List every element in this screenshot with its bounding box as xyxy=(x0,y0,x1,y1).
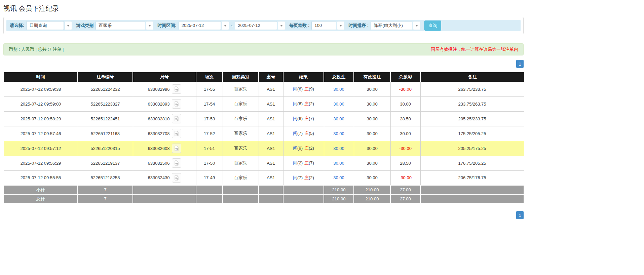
cell-round-id: 633032810 xyxy=(133,111,196,126)
player-result-score: (7) xyxy=(297,131,303,136)
round-id-value: 633032986 xyxy=(148,87,169,92)
subtotal-total-bet: 210.00 xyxy=(324,185,354,194)
search-button[interactable]: 查询 xyxy=(424,21,441,31)
summary-bar: 币别 : 人民币 | 总共 :7 注单 | 同局有效投注，统一计算在该局第一张注… xyxy=(3,43,524,55)
page-title: 视讯 会员下注纪录 xyxy=(3,4,524,13)
cell-remark: 233.75/263.75 xyxy=(420,96,524,111)
chevron-down-icon xyxy=(339,25,342,27)
table-row: 2025-07-12 09:59:38 522651224232 6330329… xyxy=(4,82,524,96)
column-header-session: 场次 xyxy=(196,72,223,82)
video-replay-button[interactable] xyxy=(172,144,181,153)
subtotal-count: 7 xyxy=(78,185,133,194)
video-replay-button[interactable] xyxy=(172,158,181,168)
cell-payout: 30.00 xyxy=(390,126,420,141)
cell-table-no: AS1 xyxy=(259,141,283,156)
cell-valid-bet: 30.00 xyxy=(354,170,390,185)
game-type-label: 游戏类别 xyxy=(76,23,93,29)
total-bet-link[interactable]: 30.00 xyxy=(333,175,344,180)
grand-total-total-bet: 210.00 xyxy=(324,194,354,203)
main-content: 视讯 会员下注纪录 请选择: 日期查询 游戏类别 百家乐 时间区间: 2025-… xyxy=(3,4,524,226)
cell-session: 17-50 xyxy=(196,156,223,170)
video-replay-button[interactable] xyxy=(172,99,181,109)
video-replay-button[interactable] xyxy=(172,129,181,138)
column-header-payout: 总派彩 xyxy=(390,72,420,82)
page-size-dropdown-button[interactable] xyxy=(337,21,344,30)
banker-result-score: (7) xyxy=(309,160,314,165)
notice-text: 同局有效投注，统一计算在该局第一张注单内 xyxy=(431,46,518,52)
cell-round-id: 633032893 xyxy=(133,96,196,111)
cell-result: 闲(6)庄(9) xyxy=(283,82,324,96)
cell-remark: 205.25/233.75 xyxy=(420,111,524,126)
total-bet-link[interactable]: 30.00 xyxy=(333,131,344,136)
total-bet-link[interactable]: 30.00 xyxy=(333,116,344,121)
query-type-dropdown-button[interactable] xyxy=(65,21,72,30)
cell-valid-bet: 30.00 xyxy=(354,126,390,141)
video-replay-button[interactable] xyxy=(172,114,181,123)
cell-round-id: 633032506 xyxy=(133,156,196,170)
pagination-page-1[interactable]: 1 xyxy=(516,211,524,219)
round-id-value: 633032506 xyxy=(148,161,169,166)
film-document-icon xyxy=(174,175,179,181)
grand-total-valid-bet: 210.00 xyxy=(354,194,390,203)
pagination-page-1[interactable]: 1 xyxy=(516,60,524,68)
cell-remark: 263.75/233.75 xyxy=(420,82,524,96)
page-size-label: 每页笔数 : xyxy=(289,23,309,29)
sort-order-select[interactable]: 降幂(由大到小) xyxy=(371,21,420,30)
total-bet-link[interactable]: 30.00 xyxy=(333,161,344,166)
column-header-game-type: 游戏类别 xyxy=(223,72,259,82)
filter-bar: 请选择: 日期查询 游戏类别 百家乐 时间区间: 2025-07-12 ~ 20… xyxy=(6,20,521,31)
page-size-select[interactable]: 100 xyxy=(311,21,344,30)
total-bet-link[interactable]: 30.00 xyxy=(333,146,344,151)
sort-order-value[interactable]: 降幂(由大到小) xyxy=(371,21,412,30)
video-replay-button[interactable] xyxy=(172,173,181,183)
film-document-icon xyxy=(174,160,179,166)
cell-remark: 176.75/205.25 xyxy=(420,156,524,170)
cell-remark: 205.25/175.25 xyxy=(420,141,524,156)
cell-round-id: 633032708 xyxy=(133,126,196,141)
round-id-value: 633032810 xyxy=(148,116,169,121)
cell-time: 2025-07-12 09:57:46 xyxy=(4,126,78,141)
cell-total-bet: 30.00 xyxy=(324,126,354,141)
game-type-value[interactable]: 百家乐 xyxy=(96,21,145,30)
table-footer: 小计 7 210.00 210.00 27.00 总计 7 210.00 210… xyxy=(4,185,524,203)
cell-time: 2025-07-12 09:55:55 xyxy=(4,170,78,185)
date-from-value[interactable]: 2025-07-12 xyxy=(179,21,221,30)
cell-bet-id: 522651221168 xyxy=(78,126,133,141)
banker-result-score: (9) xyxy=(309,86,314,91)
game-type-dropdown-button[interactable] xyxy=(146,21,153,30)
page-size-value[interactable]: 100 xyxy=(311,21,336,30)
date-to-dropdown-button[interactable] xyxy=(278,21,285,30)
query-type-value[interactable]: 日期查询 xyxy=(26,21,64,30)
cell-payout: 30.00 xyxy=(390,96,420,111)
total-bet-link[interactable]: 30.00 xyxy=(333,87,344,92)
video-replay-button[interactable] xyxy=(172,84,181,94)
cell-result: 闲(7)庄(5) xyxy=(283,126,324,141)
cell-game-type: 百家乐 xyxy=(223,111,259,126)
cell-valid-bet: 30.00 xyxy=(354,96,390,111)
round-id-value: 633032608 xyxy=(148,146,169,151)
subtotal-payout: 27.00 xyxy=(390,185,420,194)
player-result-label: 闲 xyxy=(293,131,297,136)
date-to-value[interactable]: 2025-07-12 xyxy=(235,21,277,30)
game-type-select[interactable]: 百家乐 xyxy=(96,21,153,30)
date-from-dropdown-button[interactable] xyxy=(222,21,229,30)
cell-valid-bet: 30.00 xyxy=(354,156,390,170)
banker-result-label: 庄 xyxy=(304,86,309,91)
date-to-select[interactable]: 2025-07-12 xyxy=(235,21,285,30)
query-type-select[interactable]: 日期查询 xyxy=(26,21,72,30)
chevron-down-icon xyxy=(67,25,70,27)
cell-payout: 28.50 xyxy=(390,111,420,126)
cell-bet-id: 522651224232 xyxy=(78,82,133,96)
sort-order-dropdown-button[interactable] xyxy=(413,21,420,30)
date-from-select[interactable]: 2025-07-12 xyxy=(179,21,229,30)
cell-session: 17-54 xyxy=(196,96,223,111)
cell-remark: 175.25/205.25 xyxy=(420,126,524,141)
table-body: 2025-07-12 09:59:38 522651224232 6330329… xyxy=(4,82,524,185)
cell-valid-bet: 30.00 xyxy=(354,111,390,126)
cell-payout: 28.50 xyxy=(390,156,420,170)
banker-result-score: (2) xyxy=(309,101,314,106)
film-document-icon xyxy=(174,146,179,151)
total-bet-link[interactable]: 30.00 xyxy=(333,102,344,107)
column-header-time: 时间 xyxy=(4,72,78,82)
player-result-score: (6) xyxy=(297,86,303,91)
